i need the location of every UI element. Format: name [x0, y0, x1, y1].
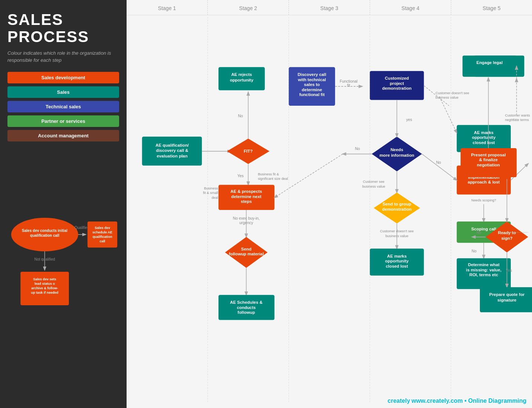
svg-line-91 — [274, 154, 343, 198]
svg-text:AE rejects: AE rejects — [231, 72, 252, 77]
svg-text:followup: followup — [238, 310, 255, 315]
svg-text:Business fit &: Business fit & — [258, 172, 279, 176]
svg-text:more information: more information — [379, 153, 414, 157]
svg-text:schedule AE: schedule AE — [92, 230, 112, 234]
svg-text:approach & lost: approach & lost — [468, 180, 500, 184]
svg-text:Present proposal: Present proposal — [471, 153, 506, 157]
svg-text:Needs: Needs — [391, 147, 403, 152]
svg-text:AE & prospects: AE & prospects — [230, 189, 262, 194]
right-panel: Stage 1 Stage 2 Stage 3 Stage 4 Stage 5 … — [127, 0, 532, 408]
svg-text:Yes: Yes — [238, 174, 244, 178]
svg-text:Prepare quote for: Prepare quote for — [489, 292, 525, 297]
svg-text:Ready to: Ready to — [498, 230, 516, 235]
svg-text:Qualified: Qualified — [74, 226, 89, 230]
svg-text:conducts: conducts — [237, 305, 256, 310]
svg-text:Customized: Customized — [385, 76, 409, 80]
svg-text:ROI, terms etc: ROI, terms etc — [469, 272, 498, 277]
subtitle: Colour indicates which role in the organ… — [7, 50, 119, 63]
svg-line-96 — [439, 96, 457, 133]
svg-text:archive & follow-: archive & follow- — [31, 286, 58, 290]
stage-4-header: Stage 4 — [370, 0, 451, 15]
svg-text:determine: determine — [302, 87, 322, 92]
svg-text:fit: fit — [347, 83, 350, 87]
svg-text:signature: signature — [497, 298, 516, 302]
svg-text:qualification: qualification — [92, 235, 112, 239]
stage-5-header: Stage 5 — [451, 0, 532, 15]
svg-text:followup material: followup material — [229, 252, 264, 256]
svg-text:FIT?: FIT? — [244, 149, 253, 154]
svg-text:opportunity: opportunity — [472, 135, 496, 140]
svg-text:closed lost: closed lost — [473, 140, 495, 145]
svg-text:Engage legal: Engage legal — [477, 60, 503, 65]
svg-text:Sales dev sets: Sales dev sets — [33, 277, 56, 281]
svg-text:Business: Business — [204, 187, 218, 190]
svg-text:Determine what: Determine what — [468, 262, 500, 267]
left-diagram: Sales dev conducts initial qualification… — [7, 156, 119, 397]
legend-partner: Partner or services — [7, 115, 119, 127]
svg-text:lead status o: lead status o — [34, 282, 55, 286]
left-panel: SALES PROCESS Colour indicates which rol… — [0, 0, 127, 408]
svg-text:negotiation: negotiation — [477, 163, 500, 167]
svg-text:Send to group: Send to group — [382, 202, 411, 206]
svg-text:steps: steps — [241, 199, 252, 204]
svg-text:Customer wants: Customer wants — [505, 114, 530, 117]
svg-text:Sales dev conducts initial: Sales dev conducts initial — [22, 229, 67, 233]
svg-text:No: No — [472, 249, 477, 253]
svg-text:AE marks: AE marks — [387, 254, 407, 258]
svg-text:yes: yes — [406, 118, 412, 122]
svg-text:discovery call &: discovery call & — [156, 148, 188, 153]
stages-header: Stage 1 Stage 2 Stage 3 Stage 4 Stage 5 — [127, 0, 532, 15]
svg-text:Send: Send — [241, 247, 252, 251]
svg-text:Scoping call: Scoping call — [471, 227, 496, 231]
creately-logo: creately www.creately.com • Online Diagr… — [388, 398, 526, 404]
svg-text:closed lost: closed lost — [386, 264, 408, 268]
svg-text:No: No — [436, 160, 441, 165]
svg-rect-5 — [87, 221, 117, 248]
svg-text:demonstration: demonstration — [382, 207, 411, 211]
svg-rect-114 — [462, 55, 516, 77]
svg-text:Customer see: Customer see — [363, 180, 385, 184]
svg-text:is missing: value,: is missing: value, — [466, 268, 501, 272]
svg-text:up task if needed: up task if needed — [31, 291, 58, 294]
svg-text:Not qualified: Not qualified — [34, 257, 55, 261]
svg-text:Customer doesn't see: Customer doesn't see — [436, 91, 469, 95]
left-process-svg: Sales dev conducts initial qualification… — [7, 156, 119, 342]
svg-text:sign?: sign? — [501, 236, 512, 240]
svg-text:Functional: Functional — [340, 79, 357, 83]
svg-text:Discovery call: Discovery call — [298, 72, 326, 77]
stage-3-header: Stage 3 — [289, 0, 370, 15]
svg-text:call: call — [99, 239, 105, 243]
svg-text:qualification call: qualification call — [30, 233, 60, 238]
svg-text:AE Schedules &: AE Schedules & — [230, 300, 262, 305]
svg-text:Yes: Yes — [506, 268, 512, 272]
legend-sales: Sales — [7, 86, 119, 98]
svg-text:AE qualification/: AE qualification/ — [156, 143, 189, 147]
svg-text:No: No — [476, 230, 481, 235]
svg-text:demonstration: demonstration — [382, 86, 411, 90]
svg-text:functional fit: functional fit — [299, 92, 325, 97]
svg-text:opportunity: opportunity — [230, 78, 254, 82]
svg-text:with technical: with technical — [297, 77, 326, 82]
svg-text:evaluation plan: evaluation plan — [157, 154, 188, 158]
svg-text:project: project — [390, 81, 404, 86]
svg-text:AE marks: AE marks — [474, 130, 494, 135]
svg-text:significant size deal: significant size deal — [258, 177, 288, 181]
svg-text:fit & small: fit & small — [203, 191, 218, 195]
svg-text:deal: deal — [211, 196, 218, 200]
svg-text:Sales dev: Sales dev — [95, 226, 110, 230]
legend-tech: Technical sales — [7, 101, 119, 112]
legend-sales-dev: Sales development — [7, 72, 119, 83]
svg-text:No: No — [238, 114, 243, 118]
svg-text:business value: business value — [362, 185, 385, 188]
creately-text: www.creately.com • Online Diagramming — [411, 398, 526, 404]
svg-text:Needs scoping?: Needs scoping? — [471, 198, 496, 202]
legend: Sales development Sales Technical sales … — [7, 72, 119, 141]
page-title: SALES PROCESS — [7, 11, 119, 45]
svg-line-101 — [422, 154, 456, 181]
svg-text:& finalize: & finalize — [479, 157, 498, 162]
main-diagram: AE qualification/ discovery call & evalu… — [127, 15, 532, 405]
svg-text:No: No — [355, 147, 360, 151]
svg-text:opportunity: opportunity — [385, 259, 409, 263]
svg-text:negotiate terms: negotiate terms — [505, 118, 529, 122]
stage-1-header: Stage 1 — [127, 0, 208, 15]
